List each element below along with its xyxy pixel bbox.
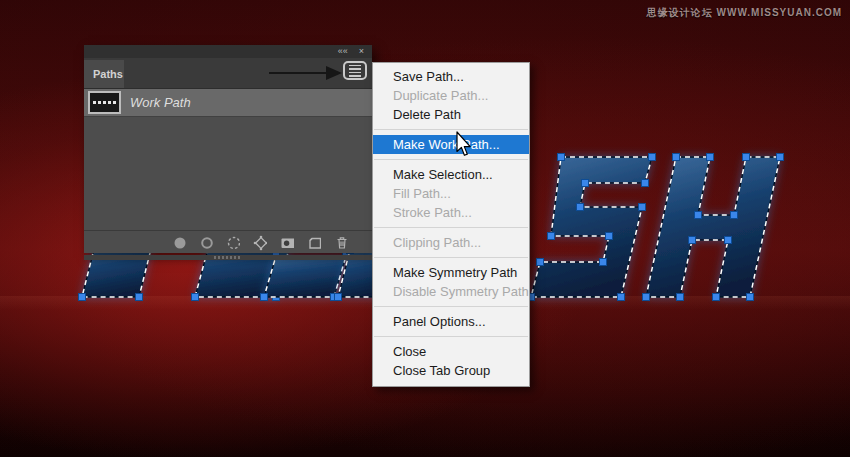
panel-titlebar: «« × (84, 45, 372, 58)
path-anchor-point (673, 154, 680, 161)
path-anchor-point (192, 294, 199, 301)
menu-item-panel-options[interactable]: Panel Options... (373, 312, 529, 331)
menu-item-stroke-path: Stroke Path... (373, 203, 529, 222)
menu-item-close-tab-group[interactable]: Close Tab Group (373, 361, 529, 380)
menu-separator (374, 336, 528, 337)
path-anchor-point (548, 233, 555, 240)
path-anchor-point (743, 154, 750, 161)
path-anchor-point (649, 154, 656, 161)
path-anchor-point (577, 204, 584, 211)
path-anchor-point (537, 259, 544, 266)
menu-separator (374, 159, 528, 160)
path-anchor-point (725, 237, 732, 244)
path-anchor-point (747, 294, 754, 301)
menu-item-clipping-path: Clipping Path... (373, 233, 529, 252)
path-anchor-point (777, 154, 784, 161)
add-mask-icon[interactable] (280, 235, 294, 251)
path-anchor-point (643, 294, 650, 301)
work-path-label: Work Path (130, 95, 191, 110)
menu-item-make-work-path[interactable]: Make Work Path... (373, 135, 529, 154)
panel-resize-grip[interactable] (214, 256, 242, 259)
path-anchor-point (707, 154, 714, 161)
path-anchor-point (558, 154, 565, 161)
photoshop-canvas: 思缘设计论坛 WWW.MISSYUAN.COM «« × Paths Work … (0, 0, 850, 457)
collapse-panel-icon[interactable]: «« (338, 47, 348, 56)
path-anchor-point (582, 180, 589, 187)
menu-item-make-symmetry-path[interactable]: Make Symmetry Path (373, 263, 529, 282)
menu-item-disable-symmetry-path: Disable Symmetry Path (373, 282, 529, 301)
path-anchor-point (79, 294, 86, 301)
menu-item-fill-path: Fill Path... (373, 184, 529, 203)
menu-item-duplicate-path: Duplicate Path... (373, 86, 529, 105)
work-path-row[interactable]: Work Path (84, 89, 372, 117)
menu-separator (374, 257, 528, 258)
path-anchor-point (642, 180, 649, 187)
paths-panel: «« × Paths Work Path (84, 45, 372, 253)
delete-path-icon[interactable] (334, 235, 348, 251)
menu-item-delete-path[interactable]: Delete Path (373, 105, 529, 124)
path-anchor-point (136, 294, 143, 301)
menu-item-make-selection[interactable]: Make Selection... (373, 165, 529, 184)
menu-item-save-path[interactable]: Save Path... (373, 67, 529, 86)
path-anchor-point (677, 294, 684, 301)
path-anchor-point (600, 259, 607, 266)
work-path-thumbnail[interactable] (88, 91, 121, 114)
path-anchor-point (695, 212, 702, 219)
path-anchor-point (335, 294, 342, 301)
panel-flyout-menu-button[interactable] (343, 61, 367, 80)
load-path-as-selection-icon[interactable] (226, 235, 240, 251)
menu-item-close[interactable]: Close (373, 342, 529, 361)
stroke-path-icon[interactable] (199, 235, 213, 251)
panel-tabbar: Paths (84, 58, 372, 89)
path-anchor-point (713, 294, 720, 301)
menu-separator (374, 306, 528, 307)
new-path-icon[interactable] (307, 235, 321, 251)
path-anchor-point (618, 294, 625, 301)
path-anchor-point (261, 294, 268, 301)
watermark-text: 思缘设计论坛 WWW.MISSYUAN.COM (647, 6, 842, 20)
fill-path-icon[interactable] (172, 235, 186, 251)
make-work-path-from-selection-icon[interactable] (253, 235, 267, 251)
letter-h (643, 154, 784, 301)
path-anchor-point (639, 204, 646, 211)
letter-s (528, 154, 656, 301)
close-panel-icon[interactable]: × (359, 47, 364, 56)
paths-panel-toolbar (84, 230, 372, 255)
tab-paths[interactable]: Paths (84, 60, 124, 88)
panel-menu: Save Path...Duplicate Path...Delete Path… (372, 62, 530, 387)
menu-separator (374, 227, 528, 228)
path-anchor-point (689, 237, 696, 244)
paths-list-empty-area (84, 117, 372, 230)
menu-separator (374, 129, 528, 130)
panel-resize-edge[interactable] (84, 255, 372, 260)
path-anchor-point (731, 212, 738, 219)
path-anchor-point (606, 233, 613, 240)
